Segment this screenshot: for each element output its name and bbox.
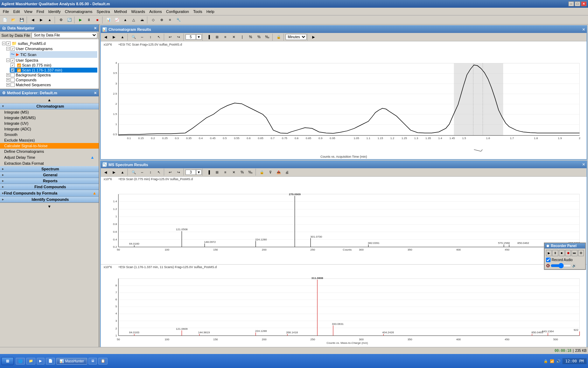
ms-pct[interactable]: % [238,168,246,176]
rec-pause-btn[interactable]: ⏸ [552,250,558,256]
maximize-btn[interactable]: □ [575,1,580,6]
section-spectrum[interactable]: ▸ Spectrum [0,166,99,172]
section-general[interactable]: ▸ General [0,172,99,178]
expand-compounds[interactable]: + [6,78,10,82]
tree-user-spectra[interactable]: − ✓ User Spectra [6,58,97,63]
check-scan1[interactable]: ✓ [10,63,15,67]
ms-back[interactable]: ◀ [102,168,110,176]
section-reports[interactable]: ▸ Reports [0,178,99,184]
ct-redo[interactable]: ↪ [175,33,182,41]
check-compounds[interactable] [10,78,15,82]
ms-forward[interactable]: ▶ [110,168,118,176]
menu-tools[interactable]: Tools [191,9,204,14]
menu-spectra[interactable]: Spectra [94,9,112,14]
integrate-ms-item[interactable]: Integrate (MS) [0,109,99,115]
ct-zoom-drop[interactable]: ▼ [196,34,202,40]
menu-method[interactable]: Method [112,9,129,14]
menu-configuration[interactable]: Configuration [164,9,191,14]
minimize-btn[interactable]: ─ [568,1,574,6]
ct-fity[interactable]: ↕ [147,33,154,41]
calc-sn-item[interactable]: Calculate Signal-to-Noise [0,143,99,149]
close-btn[interactable]: ✕ [581,1,587,6]
ct-bar4[interactable]: ✕ [230,33,238,41]
rec-settings-btn[interactable]: ⚙ [578,250,584,256]
ct-forward[interactable]: ▶ [110,33,118,41]
section-identify[interactable]: ▸ Identify Compounds [0,197,99,203]
ct-zoom[interactable]: 🔍 [130,33,138,41]
taskbar-acrobat[interactable]: 📄 [46,358,55,364]
check-bg[interactable] [10,73,15,77]
expand-bg[interactable]: + [6,73,10,77]
tb-refresh[interactable]: 🔄 [65,16,73,24]
ct-minutes-dropdown[interactable]: Minutes [286,34,307,40]
method-close[interactable]: ✕ [94,91,97,95]
menu-wizards[interactable]: Wizards [129,9,147,14]
ms-bar3[interactable]: ≡ [222,168,229,176]
tb-up[interactable]: ▲ [46,16,54,24]
tb-settings[interactable]: ⚙ [57,16,65,24]
ms-panel-close[interactable]: ✕ [582,162,585,167]
tb-stop[interactable]: ■ [93,16,101,24]
integrate-uv-item[interactable]: Integrate (UV) [0,121,99,126]
menu-identify[interactable]: Identify [46,9,63,14]
ct-pct[interactable]: % [247,33,254,41]
ct-bar1[interactable]: ▐ [205,33,212,41]
ms-mirror[interactable]: ⊽ [266,168,274,176]
ct-up[interactable]: ▲ [119,33,126,41]
data-navigator-close[interactable]: ✕ [94,26,97,30]
tree-bg-spectra[interactable]: + Background Spectra [6,73,97,77]
taskbar-explorer[interactable]: 📁 [26,358,35,364]
check-matched[interactable] [10,83,15,87]
ct-play[interactable]: ▶ [310,33,317,41]
tb-misc1[interactable]: ◇ [149,16,157,24]
adjust-delay-item[interactable]: Adjust Delay Time ▲ [0,154,99,161]
ct-select[interactable]: ↖ [155,33,163,41]
integrate-msms-item[interactable]: Integrate (MS/MS) [0,115,99,121]
section-chromatogram[interactable]: ▾ Chromatogram [0,103,99,109]
tb-misc2[interactable]: ⊕ [158,16,166,24]
volume-slider[interactable] [551,264,572,268]
menu-help[interactable]: Help [204,9,217,14]
check-scan2[interactable]: ✓ [10,68,15,72]
ct-bar3[interactable]: ≡ [222,33,229,41]
tb-misc4[interactable]: 🔧 [175,16,182,24]
tree-matched[interactable]: + Matched Sequences [6,82,97,87]
ct-back[interactable]: ◀ [102,33,110,41]
ct-zoom-num[interactable]: 5 [186,34,196,40]
ct-bar5[interactable]: | [238,33,246,41]
ms-select[interactable]: ↖ [155,168,163,176]
tb-chart5[interactable]: ⛰ [138,16,146,24]
define-chrom-item[interactable]: Define Chromatograms [0,149,99,154]
expand-matched[interactable]: + [6,83,10,87]
expand-spectra[interactable]: − [6,59,10,62]
expand-chrom[interactable]: − [6,47,10,50]
tb-chart2[interactable]: 📈 [113,16,121,24]
ct-pct3[interactable]: %ᵧ [264,33,271,41]
ct-undo[interactable]: ↩ [166,33,174,41]
menu-chromatograms[interactable]: Chromatograms [63,9,94,14]
expand-root[interactable]: − [2,42,6,45]
extraction-format-item[interactable]: Extraction Data Format [0,161,99,166]
ct-pct2[interactable]: % [255,33,263,41]
ms-fitx[interactable]: ↔ [138,168,146,176]
rec-play-btn[interactable]: ▶ [546,250,552,256]
rec-end-btn[interactable]: ⏭ [572,250,577,256]
tb-pause[interactable]: ⏸ [85,16,93,24]
scroll-up-btn[interactable]: ▲ [48,98,51,102]
tb-save[interactable]: 💾 [18,16,26,24]
tree-user-chrom[interactable]: − ✓ User Chromatograms [6,46,97,51]
section-find-compounds[interactable]: ▸ Find Compounds [0,184,99,190]
scroll-down-btn[interactable]: ▼ [48,204,51,209]
ct-bar2[interactable]: ⊞ [213,33,221,41]
sort-dropdown[interactable]: Sort by Data File [31,32,97,38]
smooth-item[interactable]: Smooth [0,132,99,137]
tb-new[interactable]: 📄 [1,16,9,24]
ms-bar4[interactable]: ✕ [230,168,238,176]
ms-up[interactable]: ▲ [119,168,126,176]
taskbar-app3[interactable]: 📋 [98,358,107,364]
ms-zoom-num[interactable]: 3 [186,170,196,175]
tree-scan2[interactable]: ✓ 📶 Scan (1.176-1.337 min) [10,68,97,73]
section-find-formula[interactable]: ▸ Find Compounds by Formula ▲ [0,190,99,197]
tb-misc3[interactable]: ≡ [166,16,174,24]
tb-play[interactable]: ▶ [77,16,84,24]
